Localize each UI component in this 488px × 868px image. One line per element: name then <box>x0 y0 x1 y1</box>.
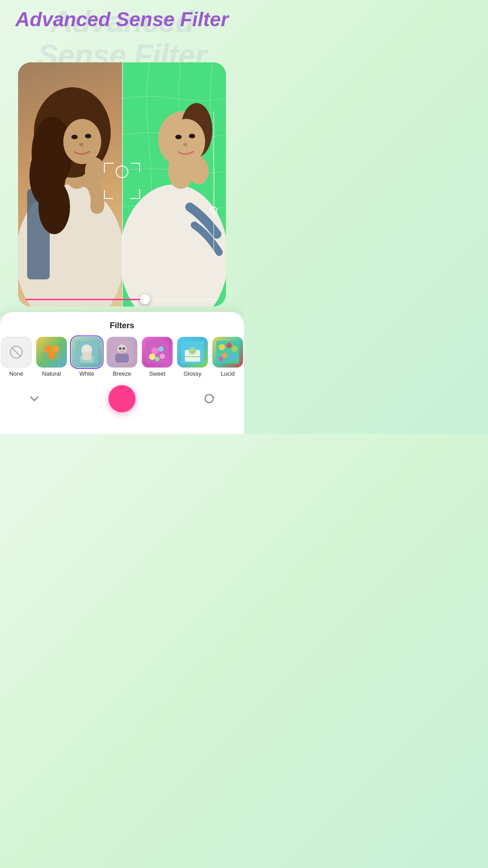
filter-label-glossy: Glossy <box>183 370 202 377</box>
svg-point-43 <box>158 346 164 352</box>
filter-label-natural: Natural <box>42 370 61 377</box>
svg-point-55 <box>222 353 227 358</box>
svg-point-21 <box>183 143 188 146</box>
svg-point-9 <box>63 119 101 164</box>
svg-point-22 <box>189 157 209 184</box>
svg-point-28 <box>42 352 48 359</box>
svg-point-33 <box>84 345 90 351</box>
svg-point-37 <box>119 347 122 350</box>
filter-label-none: None <box>9 370 23 377</box>
vertical-slider-handle[interactable] <box>210 207 217 214</box>
bottom-actions <box>0 377 244 412</box>
progress-fill <box>25 299 145 300</box>
svg-point-29 <box>55 352 61 359</box>
bottom-panel: Filters None <box>0 312 244 434</box>
svg-point-19 <box>175 135 182 139</box>
svg-point-11 <box>85 134 91 138</box>
filter-item-glossy[interactable]: Glossy <box>177 337 208 377</box>
filter-thumb-breeze[interactable] <box>107 337 137 368</box>
filter-item-natural[interactable]: Natural <box>36 337 67 377</box>
filters-title: Filters <box>0 312 244 337</box>
filter-thumb-white[interactable] <box>71 337 102 368</box>
page-title: Advanced Sense Filter <box>0 8 244 31</box>
collapse-button[interactable] <box>27 392 42 406</box>
svg-rect-40 <box>115 354 129 363</box>
focus-circle <box>116 165 128 178</box>
svg-point-57 <box>219 357 223 361</box>
progress-handle[interactable] <box>140 294 150 304</box>
filter-item-sweet[interactable]: Sweet <box>142 337 173 377</box>
svg-point-27 <box>48 351 56 359</box>
svg-point-20 <box>189 134 195 138</box>
filter-label-sweet: Sweet <box>149 370 165 377</box>
progress-bar-container[interactable] <box>18 292 226 307</box>
filter-thumb-none[interactable] <box>1 337 32 368</box>
svg-point-18 <box>167 119 205 164</box>
filter-label-lucid: Lucid <box>221 370 235 377</box>
svg-point-54 <box>231 346 238 352</box>
svg-point-12 <box>79 143 84 146</box>
svg-point-46 <box>155 357 160 361</box>
filter-thumb-glossy[interactable] <box>177 337 208 368</box>
filters-row: None Natural <box>0 337 244 377</box>
svg-point-56 <box>229 354 235 360</box>
svg-rect-34 <box>82 352 91 360</box>
svg-point-44 <box>149 354 155 360</box>
svg-point-39 <box>119 350 125 353</box>
progress-track[interactable] <box>25 299 219 300</box>
filter-label-white: White <box>79 370 94 377</box>
svg-point-38 <box>122 347 125 350</box>
svg-point-45 <box>160 354 165 359</box>
svg-point-42 <box>151 347 159 354</box>
reset-button[interactable] <box>202 392 217 406</box>
filter-thumb-natural[interactable] <box>36 337 67 368</box>
filter-item-white[interactable]: White <box>71 337 102 377</box>
svg-point-53 <box>226 343 232 348</box>
filter-item-breeze[interactable]: Breeze <box>107 337 137 377</box>
capture-button[interactable] <box>108 385 136 412</box>
filter-item-none[interactable]: None <box>1 337 32 377</box>
svg-point-10 <box>71 135 78 139</box>
filter-item-lucid[interactable]: Lucid <box>212 337 243 377</box>
filter-label-breeze: Breeze <box>113 370 131 377</box>
svg-point-7 <box>38 180 70 234</box>
photo-preview-card <box>18 62 226 307</box>
filter-thumb-lucid[interactable] <box>212 337 243 368</box>
filter-thumb-sweet[interactable] <box>142 337 173 368</box>
vertical-slider-track[interactable] <box>213 111 214 258</box>
svg-point-52 <box>219 344 225 350</box>
svg-point-49 <box>189 347 196 354</box>
svg-line-24 <box>12 348 21 357</box>
